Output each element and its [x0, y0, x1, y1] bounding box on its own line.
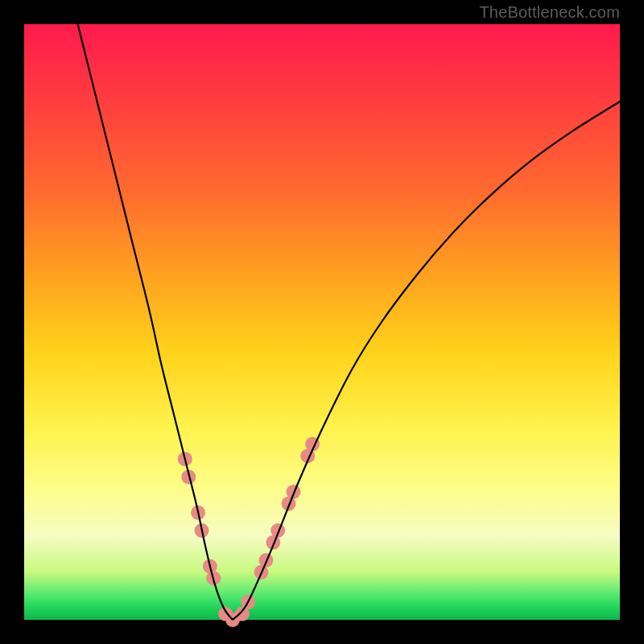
- watermark-text: TheBottleneck.com: [479, 3, 620, 22]
- data-marker: [286, 485, 300, 499]
- curve-right-branch: [233, 101, 620, 620]
- chart-frame: TheBottleneck.com: [0, 0, 644, 644]
- chart-svg: [24, 24, 620, 620]
- markers-group: [178, 437, 320, 627]
- plot-area: [24, 24, 620, 620]
- curve-left-branch: [78, 24, 233, 620]
